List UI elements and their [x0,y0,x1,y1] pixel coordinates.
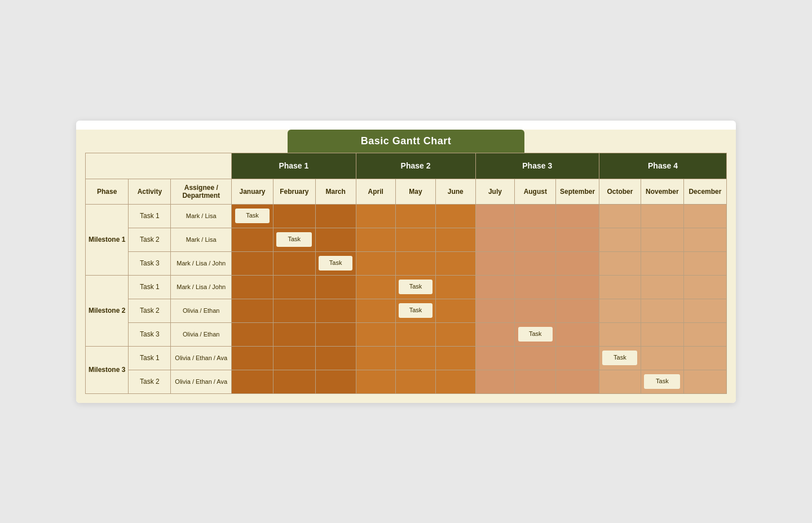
phase2-header: Phase 2 [356,153,475,179]
grid-cell [475,275,515,299]
grid-cell [315,204,356,228]
grid-cell [641,322,683,346]
month-jul: July [475,179,515,204]
grid-cell [273,370,315,393]
phase1-header: Phase 1 [232,153,356,179]
grid-cell [315,370,356,393]
grid-cell [515,370,556,393]
col-activity: Activity [129,179,171,204]
milestone1-label: Milestone 1 [86,204,129,275]
grid-cell [356,322,395,346]
task-bar: Task [518,327,553,342]
grid-cell [435,275,475,299]
chart-title-bar: Basic Gantt Chart [288,130,524,153]
grid-cell [683,322,726,346]
phase3-header: Phase 3 [475,153,599,179]
month-header-row: Phase Activity Assignee / Department Jan… [86,179,727,204]
grid-cell: Task [515,322,556,346]
grid-cell [556,275,599,299]
grid-cell [315,346,356,370]
grid-cell [395,370,435,393]
grid-cell [315,275,356,299]
m2t2-activity: Task 2 [129,299,171,322]
grid-cell [475,322,515,346]
grid-cell [683,299,726,322]
m3t2-assignee: Olivia / Ethan / Ava [171,370,232,393]
m2t1-activity: Task 1 [129,275,171,299]
grid-cell [683,251,726,275]
task-bar: Task [276,232,312,247]
grid-cell [273,204,315,228]
grid-cell [515,251,556,275]
grid-cell [356,346,395,370]
table-row: Milestone 3 Task 1 Olivia / Ethan / Ava [86,346,727,370]
grid-cell [435,204,475,228]
col-phase: Phase [86,179,129,204]
grid-cell [641,251,683,275]
grid-cell [683,204,726,228]
grid-cell: Task [395,299,435,322]
month-apr: April [356,179,395,204]
grid-cell [356,299,395,322]
grid-cell [556,322,599,346]
table-row: Task 3 Mark / Lisa / John Task [86,251,727,275]
milestone2-label: Milestone 2 [86,275,129,346]
grid-cell [356,275,395,299]
month-nov: November [641,179,683,204]
grid-cell [273,346,315,370]
gantt-chart-wrapper: Basic Gantt Chart Phase 1 Phase 2 Phase … [76,121,736,403]
table-row: Task 2 Mark / Lisa Task [86,228,727,251]
grid-cell [273,322,315,346]
m1t1-assignee: Mark / Lisa [171,204,232,228]
grid-cell [599,299,641,322]
grid-cell [232,251,273,275]
grid-cell [435,370,475,393]
grid-cell [395,346,435,370]
grid-cell [232,370,273,393]
grid-cell [315,322,356,346]
m1t2-activity: Task 2 [129,228,171,251]
table-row: Task 2 Olivia / Ethan Task [86,299,727,322]
month-dec: December [683,179,726,204]
grid-cell [475,251,515,275]
chart-title: Basic Gantt Chart [361,135,452,147]
grid-cell [395,228,435,251]
phase4-header: Phase 4 [599,153,726,179]
table-row: Milestone 2 Task 1 Mark / Lisa / John Ta… [86,275,727,299]
month-oct: October [599,179,641,204]
grid-cell [641,346,683,370]
grid-cell [599,251,641,275]
task-bar: Task [644,374,680,389]
table-row: Task 3 Olivia / Ethan Task [86,322,727,346]
grid-cell [683,346,726,370]
table-row: Milestone 1 Task 1 Mark / Lisa Task [86,204,727,228]
grid-cell [356,251,395,275]
grid-cell [395,322,435,346]
month-may: May [395,179,435,204]
grid-cell [683,370,726,393]
grid-cell [599,275,641,299]
phase-empty-header [86,153,232,179]
grid-cell: Task [641,370,683,393]
grid-cell: Task [395,275,435,299]
grid-cell [556,299,599,322]
grid-cell [232,322,273,346]
task-bar: Task [235,209,270,223]
grid-cell [356,228,395,251]
grid-cell [515,346,556,370]
grid-cell [556,370,599,393]
grid-cell [683,275,726,299]
grid-cell [599,322,641,346]
table-row: Task 2 Olivia / Ethan / Ava Task [86,370,727,393]
grid-cell [232,228,273,251]
grid-cell: Task [273,228,315,251]
grid-cell [356,370,395,393]
grid-cell [273,275,315,299]
phase-header-row: Phase 1 Phase 2 Phase 3 Phase 4 [86,153,727,179]
grid-cell [475,228,515,251]
grid-cell: Task [315,251,356,275]
m1t1-activity: Task 1 [129,204,171,228]
grid-cell [556,204,599,228]
grid-cell [273,299,315,322]
grid-cell [641,275,683,299]
